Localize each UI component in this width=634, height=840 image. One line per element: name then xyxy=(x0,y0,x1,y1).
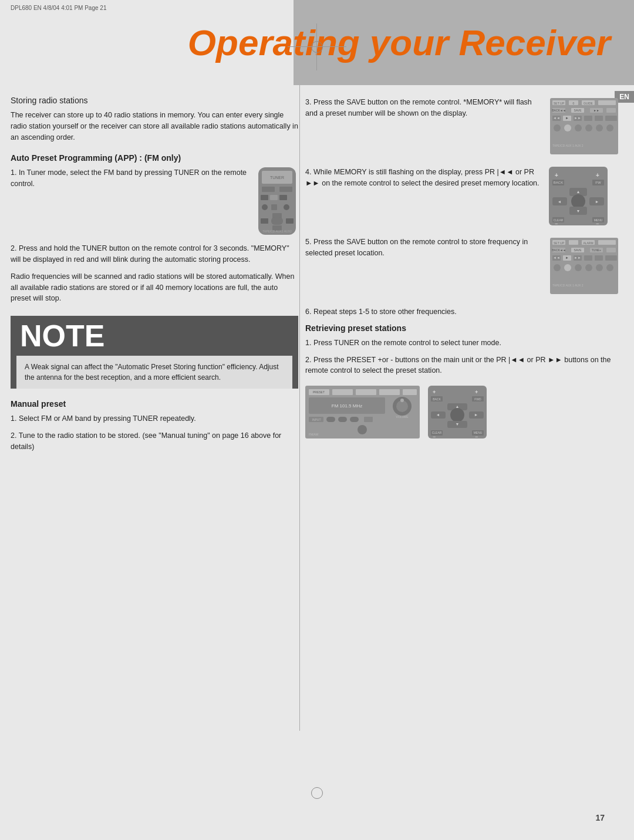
remote-nav-illustration: + + BACK FW ▲ ◄ ► ▼ xyxy=(549,167,608,225)
right-step5-image: SET UP ALARM BACK◄◄ SAVE TUNE+ ◄◄ xyxy=(549,237,625,297)
svg-rect-119 xyxy=(350,417,359,422)
step1-image: TUNER xyxy=(256,167,298,235)
svg-rect-120 xyxy=(364,417,373,422)
svg-point-10 xyxy=(284,204,289,210)
crosshair-top xyxy=(311,41,323,53)
retrieving-title: Retrieving preset stations xyxy=(305,323,625,333)
remote-nav-illustration-2: + + BACK FWD ▲ ◄ ► ▼ CLEAR MENU − xyxy=(428,386,487,438)
manual-preset-title: Manual preset xyxy=(11,399,298,409)
svg-text:SAVE: SAVE xyxy=(574,109,582,112)
svg-rect-5 xyxy=(261,195,268,200)
svg-text:SAVE: SAVE xyxy=(574,248,582,252)
svg-text:▼: ▼ xyxy=(576,209,581,213)
right-step6-text: 6. Repeat steps 1-5 to store other frequ… xyxy=(305,306,625,318)
svg-point-46 xyxy=(606,124,613,131)
svg-rect-91 xyxy=(584,255,592,261)
svg-text:►: ► xyxy=(565,116,569,120)
svg-text:TUNE+: TUNE+ xyxy=(592,248,602,252)
svg-point-44 xyxy=(585,124,592,131)
retrieve-step2: 2. Press the PRESET +or - buttons on the… xyxy=(305,355,625,377)
svg-point-98 xyxy=(596,264,603,271)
svg-rect-38 xyxy=(584,116,592,121)
svg-text:◄: ◄ xyxy=(558,200,562,204)
right-step3-image: SET UP 0 GUIDE BACK◄◄ SAVE ►► xyxy=(549,97,625,157)
svg-text:►►: ►► xyxy=(574,116,581,120)
svg-point-8 xyxy=(262,204,268,210)
right-step4-text: 4. While MEMORY is still flashing on the… xyxy=(305,167,543,189)
svg-text:−: − xyxy=(555,221,558,225)
svg-rect-74 xyxy=(569,240,578,245)
svg-point-41 xyxy=(554,124,561,131)
svg-point-134 xyxy=(450,408,464,422)
bottom-images: PRESET FM 101.5 MHz VOLUME INPUT xyxy=(305,386,625,438)
svg-text:FW: FW xyxy=(595,181,601,184)
remote-illustration-1: TUNER xyxy=(256,167,298,235)
svg-text:−: − xyxy=(433,434,436,438)
right-column: 3. Press the SAVE button on the remote c… xyxy=(305,85,625,438)
svg-rect-118 xyxy=(338,417,347,422)
right-step3-text: 3. Press the SAVE button on the remote c… xyxy=(305,97,543,119)
right-step5-text: 5. Press the SAVE button on the remote c… xyxy=(305,237,543,259)
note-content: A Weak signal can affect the "Automatic … xyxy=(16,356,292,389)
right-step4: 4. While MEMORY is still flashing on the… xyxy=(305,167,625,227)
svg-rect-39 xyxy=(595,116,603,121)
svg-rect-105 xyxy=(332,389,353,395)
note-title: NOTE xyxy=(11,316,298,351)
svg-text:−: − xyxy=(596,221,599,225)
right-step4-image: + + BACK FW ▲ ◄ ► ▼ xyxy=(549,167,625,227)
note-box: NOTE A Weak signal can affect the "Autom… xyxy=(11,316,298,389)
svg-text:TUNER: TUNER xyxy=(270,176,284,180)
step1-text: 1. In Tuner mode, select the FM band by … xyxy=(11,167,248,190)
svg-text:►►: ►► xyxy=(593,109,599,112)
svg-rect-84 xyxy=(606,248,616,252)
svg-rect-100 xyxy=(552,274,570,279)
retrieve-step1: 1. Press TUNER on the remote control to … xyxy=(305,338,625,349)
svg-point-99 xyxy=(606,264,613,271)
svg-text:►: ► xyxy=(474,413,478,417)
svg-text:►►: ►► xyxy=(574,256,581,259)
svg-text:TAPE/CD   AUX 1   AUX 2: TAPE/CD AUX 1 AUX 2 xyxy=(552,144,584,147)
manual-step1: 1. Select FM or AM band by pressing TUNE… xyxy=(11,413,298,424)
svg-rect-14 xyxy=(286,218,294,224)
svg-text:▲: ▲ xyxy=(576,190,581,194)
svg-text:INPUT: INPUT xyxy=(312,418,321,421)
svg-rect-3 xyxy=(262,187,275,192)
svg-point-97 xyxy=(585,264,592,271)
column-divider xyxy=(299,85,300,731)
svg-text:0: 0 xyxy=(573,102,575,105)
svg-rect-106 xyxy=(356,389,376,395)
svg-point-43 xyxy=(575,124,582,131)
svg-point-95 xyxy=(564,264,571,271)
svg-text:TAPE/CD   AUX 1   AUX 2: TAPE/CD AUX 1 AUX 2 xyxy=(552,284,584,287)
svg-point-42 xyxy=(564,124,571,131)
svg-rect-13 xyxy=(271,217,283,225)
svg-rect-4 xyxy=(279,187,292,192)
page: DPL680 EN 4/8/04 4:01 PM Page 21 Operati… xyxy=(0,0,634,840)
svg-text:SET UP: SET UP xyxy=(554,102,565,105)
svg-text:VOLUME: VOLUME xyxy=(396,415,409,419)
svg-rect-9 xyxy=(271,204,277,210)
svg-rect-117 xyxy=(326,417,335,422)
svg-text:BACK: BACK xyxy=(554,181,563,184)
main-unit-illustration: PRESET FM 101.5 MHz VOLUME INPUT xyxy=(305,386,420,438)
svg-point-96 xyxy=(575,264,582,271)
svg-text:▲: ▲ xyxy=(456,404,460,409)
svg-text:FM 101.5 MHz: FM 101.5 MHz xyxy=(332,403,362,409)
right-step3: 3. Press the SAVE button on the remote c… xyxy=(305,97,625,157)
svg-rect-77 xyxy=(598,240,616,245)
svg-text:TAPE/CD AUX1 AUX2: TAPE/CD AUX1 AUX2 xyxy=(262,230,292,233)
svg-text:◄◄: ◄◄ xyxy=(553,256,560,259)
svg-text:◄◄: ◄◄ xyxy=(553,116,560,120)
svg-rect-6 xyxy=(270,195,278,200)
svg-text:ALARM: ALARM xyxy=(583,241,593,245)
svg-rect-93 xyxy=(605,255,617,261)
center-line-h xyxy=(288,46,346,47)
page-number: 17 xyxy=(595,813,605,822)
svg-text:BACK: BACK xyxy=(433,397,441,401)
svg-rect-12 xyxy=(261,218,268,224)
svg-point-45 xyxy=(596,124,603,131)
svg-rect-107 xyxy=(379,389,400,395)
right-step5: 5. Press the SAVE button on the remote c… xyxy=(305,237,625,297)
svg-rect-40 xyxy=(605,116,617,121)
svg-text:◄: ◄ xyxy=(436,413,440,417)
